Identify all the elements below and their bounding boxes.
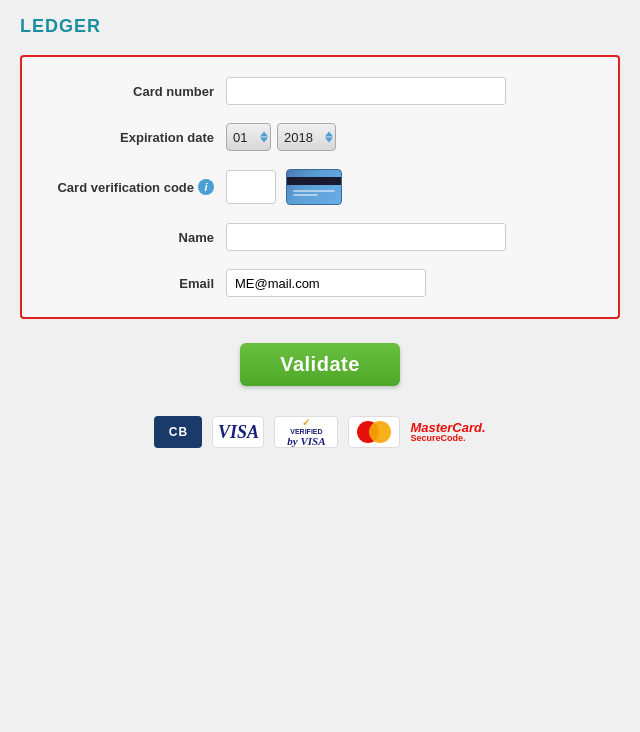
validate-button[interactable]: Validate bbox=[240, 343, 400, 386]
month-wrapper: 01 02 03 04 05 06 07 08 09 10 11 12 bbox=[226, 123, 271, 151]
expiry-section: 01 02 03 04 05 06 07 08 09 10 11 12 bbox=[226, 123, 336, 151]
name-row: Name bbox=[46, 223, 594, 251]
email-row: Email bbox=[46, 269, 594, 297]
cvc-row: Card verification code i bbox=[46, 169, 594, 205]
page-container: LEDGER Card number Expiration date 01 02… bbox=[0, 0, 640, 732]
cvc-label: Card verification code i bbox=[46, 179, 226, 195]
info-icon[interactable]: i bbox=[198, 179, 214, 195]
cvc-input[interactable] bbox=[226, 170, 276, 204]
mastercard-logo bbox=[348, 416, 400, 448]
expiration-row: Expiration date 01 02 03 04 05 06 07 08 … bbox=[46, 123, 594, 151]
verified-visa-logo: ✓ VERIFIED by VISA bbox=[274, 416, 338, 448]
card-line-1 bbox=[293, 190, 335, 192]
month-select[interactable]: 01 02 03 04 05 06 07 08 09 10 11 12 bbox=[226, 123, 271, 151]
verified-checkmark: ✓ bbox=[302, 417, 310, 428]
year-wrapper: 2018 2019 2020 2021 2022 2023 2024 2025 bbox=[277, 123, 336, 151]
verified-line1: VERIFIED bbox=[290, 428, 322, 436]
page-title: LEDGER bbox=[20, 16, 620, 37]
verified-line2: by VISA bbox=[287, 435, 325, 447]
cvc-label-container: Card verification code i bbox=[46, 179, 214, 195]
email-label: Email bbox=[46, 276, 226, 291]
cb-logo: CB bbox=[154, 416, 202, 448]
expiration-label: Expiration date bbox=[46, 130, 226, 145]
email-input[interactable] bbox=[226, 269, 426, 297]
credit-card-icon bbox=[286, 169, 342, 205]
cvc-label-text: Card verification code bbox=[57, 180, 194, 195]
name-label: Name bbox=[46, 230, 226, 245]
card-line-2 bbox=[293, 194, 318, 196]
mc-secure-bottom: SecureCode. bbox=[410, 434, 465, 443]
mc-circle-right bbox=[369, 421, 391, 443]
card-number-row: Card number bbox=[46, 77, 594, 105]
form-border: Card number Expiration date 01 02 03 04 … bbox=[20, 55, 620, 319]
payment-logos: CB VISA ✓ VERIFIED by VISA MasterCard. S… bbox=[20, 416, 620, 448]
card-number-input[interactable] bbox=[226, 77, 506, 105]
visa-logo: VISA bbox=[212, 416, 264, 448]
name-input[interactable] bbox=[226, 223, 506, 251]
cvc-section bbox=[226, 169, 342, 205]
year-select[interactable]: 2018 2019 2020 2021 2022 2023 2024 2025 bbox=[277, 123, 336, 151]
mastercard-securecode-logo: MasterCard. SecureCode. bbox=[410, 421, 485, 443]
card-chip-lines bbox=[293, 190, 335, 198]
card-stripe bbox=[287, 177, 341, 185]
card-number-label: Card number bbox=[46, 84, 226, 99]
